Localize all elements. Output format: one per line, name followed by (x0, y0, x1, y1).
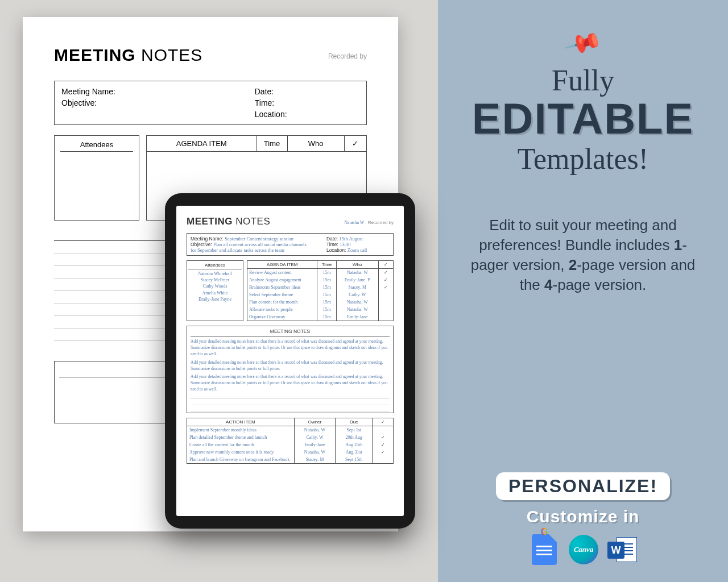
agenda-who-header: Who (287, 136, 344, 152)
headline-line2: EDITABLE (472, 94, 694, 143)
tablet-screen: MEETING NOTES Natasha W Recorded by Meet… (176, 206, 404, 516)
tablet-attendees: Attendees Natasha Whitehall Stacey McPet… (187, 260, 243, 321)
mockup-area: MEETING NOTES Recorded by Meeting Name: … (0, 0, 438, 582)
agenda-row: Allocate tasks to people15mNatasha. W (247, 306, 393, 313)
tablet-recorded-by: Natasha W Recorded by (344, 220, 394, 225)
agenda-check-header: ✓ (344, 136, 366, 152)
action-row: Implement September monthly ideasNatasha… (187, 426, 393, 434)
customize-label: Customize in (527, 507, 640, 526)
action-row: Plan detailed September theme and launch… (187, 434, 393, 441)
agenda-row: Review August content15mNatasha. W✓ (247, 269, 393, 277)
title-bold: MEETING (54, 45, 136, 64)
agenda-row: Organize Giveaway15mEmily-Jane (247, 313, 393, 321)
headline-line3: Templates! (472, 142, 694, 176)
action-row: Plan and launch Giveaway on Instagram an… (187, 456, 393, 463)
recorded-by-label: Recorded by (328, 52, 367, 60)
tablet-agenda: AGENDA ITEM Time Who ✓ Review August con… (247, 260, 394, 321)
agenda-row: Brainstorm September ideas15mStacey. M✓ (247, 284, 393, 291)
location-label: Location: (255, 109, 359, 120)
objective-label: Objective: (61, 97, 241, 109)
tablet-meta: Meeting Name: September Content strategy… (187, 233, 394, 256)
agenda-row: Plan content for the month15mNatasha. W (247, 298, 393, 306)
ms-word-icon: W (607, 535, 637, 564)
google-docs-icon: G (529, 534, 560, 565)
action-row: Approve new monthly content once it is r… (187, 448, 393, 456)
tablet-notes: MEETING NOTES Add your detailed meeting … (187, 326, 394, 413)
headline-line1: Fully (472, 64, 694, 97)
tablet-mockup: MEETING NOTES Natasha W Recorded by Meet… (165, 193, 415, 529)
action-row: Create all the content for the monthEmil… (187, 441, 393, 448)
agenda-row: Select September theme15mCathy. W (247, 291, 393, 298)
app-icons: G Canva W (529, 534, 637, 565)
page-title: MEETING NOTES (54, 45, 367, 65)
attendees-box: Attendees (54, 135, 139, 221)
meeting-name-label: Meeting Name: (61, 86, 241, 97)
pushpin-icon: 📌 (562, 23, 604, 64)
agenda-row: Analyze August engagement15mEmily-Jane. … (247, 276, 393, 284)
canva-icon: Canva (569, 535, 598, 564)
date-label: Date: (255, 86, 359, 97)
title-thin: NOTES (136, 45, 203, 64)
description: Edit to suit your meeting and preference… (466, 215, 700, 295)
tablet-actions: ACTION ITEM Owner Due ✓ Implement Septem… (187, 418, 394, 464)
agenda-time-header: Time (257, 136, 287, 152)
attendees-header: Attendees (60, 140, 133, 152)
headline: Fully EDITABLE Templates! (472, 64, 694, 176)
personalize-badge: PERSONALIZE! (496, 472, 670, 500)
meta-box: Meeting Name: Objective: Date: Time: Loc… (54, 81, 367, 125)
time-label: Time: (255, 97, 359, 109)
promo-panel: 📌 Fully EDITABLE Templates! Edit to suit… (438, 0, 728, 582)
agenda-header: AGENDA ITEM (147, 136, 257, 152)
